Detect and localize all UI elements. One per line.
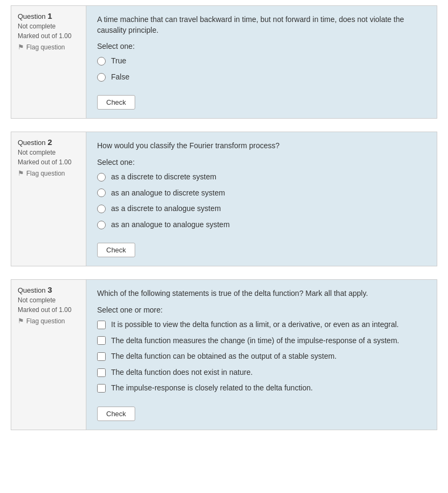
question-content-1: A time machine that can travel backward … <box>86 6 437 118</box>
option-input-1-0[interactable] <box>97 57 106 66</box>
option-label-2-1: as an analogue to discrete system <box>111 188 225 199</box>
question-marked-1: Marked out of 1.00 <box>18 32 79 40</box>
option-input-3-4[interactable] <box>97 384 106 393</box>
flag-label: Flag question <box>26 44 65 51</box>
question-number-1: Question 1 <box>18 11 79 20</box>
select-label-3: Select one or more: <box>97 306 426 314</box>
option-row-2-0: as a discrete to discrete system <box>97 172 426 183</box>
option-input-3-2[interactable] <box>97 352 106 361</box>
question-sidebar-1: Question 1Not completeMarked out of 1.00… <box>11 6 86 118</box>
question-text-1: A time machine that can travel backward … <box>97 15 426 35</box>
flag-label: Flag question <box>26 170 65 177</box>
check-button-2[interactable]: Check <box>97 243 135 257</box>
option-label-3-1: The delta function measures the change (… <box>111 336 399 346</box>
option-label-3-0: It is possible to view the delta functio… <box>111 320 399 330</box>
option-row-2-3: as an analogue to analogue system <box>97 220 426 230</box>
option-row-2-1: as an analogue to discrete system <box>97 188 426 199</box>
question-text-2: How would you classify the Fourier trans… <box>97 141 426 151</box>
option-input-2-1[interactable] <box>97 189 106 197</box>
option-input-3-0[interactable] <box>97 321 106 329</box>
option-row-2-2: as a discrete to analogue system <box>97 204 426 214</box>
question-number-3: Question 3 <box>18 285 79 294</box>
option-input-2-3[interactable] <box>97 221 106 229</box>
flag-icon: ⚑ <box>18 169 24 177</box>
option-label-3-3: The delta function does not exist in nat… <box>111 367 253 378</box>
flag-question-button-3[interactable]: ⚑Flag question <box>18 317 65 325</box>
option-input-2-0[interactable] <box>97 173 106 182</box>
question-text-3: Which of the following statements is tru… <box>97 288 426 299</box>
question-marked-2: Marked out of 1.00 <box>18 158 79 166</box>
option-row-1-1: False <box>97 72 426 83</box>
check-button-3[interactable]: Check <box>97 407 135 421</box>
question-content-2: How would you classify the Fourier trans… <box>86 132 437 266</box>
option-input-3-3[interactable] <box>97 368 106 377</box>
question-sidebar-2: Question 2Not completeMarked out of 1.00… <box>11 132 86 266</box>
option-row-3-2: The delta function can be obtained as th… <box>97 351 426 362</box>
option-input-2-2[interactable] <box>97 205 106 213</box>
option-label-2-0: as a discrete to discrete system <box>111 172 216 183</box>
option-row-3-0: It is possible to view the delta functio… <box>97 320 426 330</box>
question-block-2: Question 2Not completeMarked out of 1.00… <box>11 132 437 266</box>
flag-icon: ⚑ <box>18 317 24 325</box>
question-block-1: Question 1Not completeMarked out of 1.00… <box>11 5 437 119</box>
question-sidebar-3: Question 3Not completeMarked out of 1.00… <box>11 280 86 430</box>
question-block-3: Question 3Not completeMarked out of 1.00… <box>11 279 437 430</box>
select-label-2: Select one: <box>97 158 426 166</box>
option-label-1-0: True <box>111 56 126 67</box>
select-label-1: Select one: <box>97 42 426 50</box>
option-label-1-1: False <box>111 72 129 83</box>
question-content-3: Which of the following statements is tru… <box>86 280 437 430</box>
question-status-1: Not complete <box>18 23 79 30</box>
question-status-3: Not complete <box>18 296 79 304</box>
flag-label: Flag question <box>26 317 65 325</box>
flag-question-button-2[interactable]: ⚑Flag question <box>18 169 65 177</box>
option-row-3-4: The impulse-response is closely related … <box>97 383 426 394</box>
option-label-3-4: The impulse-response is closely related … <box>111 383 313 394</box>
question-number-2: Question 2 <box>18 137 79 147</box>
option-input-3-1[interactable] <box>97 336 106 345</box>
flag-question-button-1[interactable]: ⚑Flag question <box>18 43 65 51</box>
option-input-1-1[interactable] <box>97 73 106 82</box>
option-row-3-1: The delta function measures the change (… <box>97 336 426 346</box>
option-label-3-2: The delta function can be obtained as th… <box>111 351 336 362</box>
option-row-3-3: The delta function does not exist in nat… <box>97 367 426 378</box>
option-label-2-2: as a discrete to analogue system <box>111 204 221 214</box>
check-button-1[interactable]: Check <box>97 95 135 110</box>
question-status-2: Not complete <box>18 149 79 156</box>
option-row-1-0: True <box>97 56 426 67</box>
option-label-2-3: as an analogue to analogue system <box>111 220 230 230</box>
flag-icon: ⚑ <box>18 43 24 51</box>
question-marked-3: Marked out of 1.00 <box>18 306 79 314</box>
